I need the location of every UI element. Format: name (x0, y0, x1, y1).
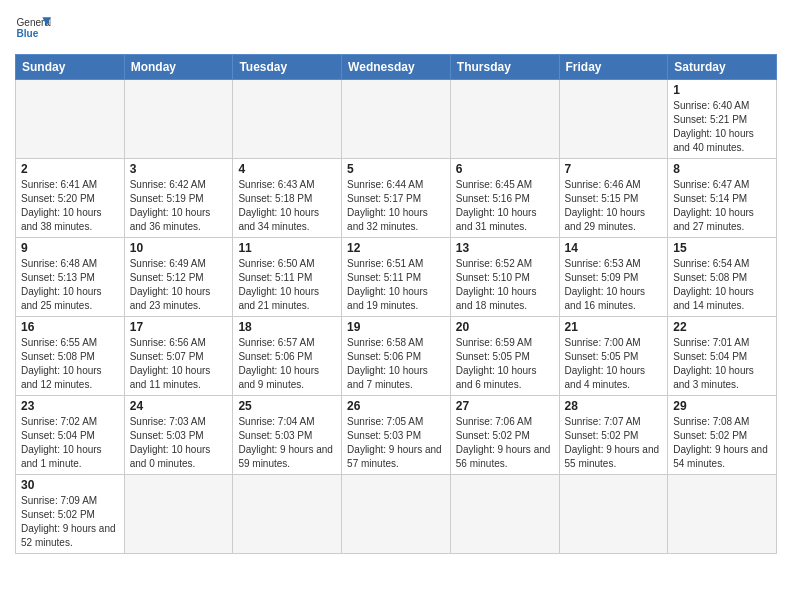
weekday-header-friday: Friday (559, 55, 668, 80)
calendar-day-cell: 19Sunrise: 6:58 AM Sunset: 5:06 PM Dayli… (342, 317, 451, 396)
day-info: Sunrise: 6:49 AM Sunset: 5:12 PM Dayligh… (130, 257, 228, 313)
day-number: 7 (565, 162, 663, 176)
calendar-day-cell: 22Sunrise: 7:01 AM Sunset: 5:04 PM Dayli… (668, 317, 777, 396)
calendar-day-cell: 14Sunrise: 6:53 AM Sunset: 5:09 PM Dayli… (559, 238, 668, 317)
calendar-day-cell: 3Sunrise: 6:42 AM Sunset: 5:19 PM Daylig… (124, 159, 233, 238)
svg-text:Blue: Blue (16, 28, 38, 39)
day-number: 10 (130, 241, 228, 255)
day-number: 4 (238, 162, 336, 176)
calendar-table: SundayMondayTuesdayWednesdayThursdayFrid… (15, 54, 777, 554)
weekday-header-saturday: Saturday (668, 55, 777, 80)
day-info: Sunrise: 6:52 AM Sunset: 5:10 PM Dayligh… (456, 257, 554, 313)
day-number: 30 (21, 478, 119, 492)
day-number: 8 (673, 162, 771, 176)
calendar-week-row: 2Sunrise: 6:41 AM Sunset: 5:20 PM Daylig… (16, 159, 777, 238)
calendar-day-cell: 10Sunrise: 6:49 AM Sunset: 5:12 PM Dayli… (124, 238, 233, 317)
weekday-header-sunday: Sunday (16, 55, 125, 80)
calendar-day-cell: 27Sunrise: 7:06 AM Sunset: 5:02 PM Dayli… (450, 396, 559, 475)
weekday-header-thursday: Thursday (450, 55, 559, 80)
calendar-day-cell: 26Sunrise: 7:05 AM Sunset: 5:03 PM Dayli… (342, 396, 451, 475)
weekday-header-wednesday: Wednesday (342, 55, 451, 80)
calendar-day-cell (233, 475, 342, 554)
logo: General Blue (15, 10, 51, 46)
day-info: Sunrise: 6:50 AM Sunset: 5:11 PM Dayligh… (238, 257, 336, 313)
day-number: 21 (565, 320, 663, 334)
day-info: Sunrise: 6:46 AM Sunset: 5:15 PM Dayligh… (565, 178, 663, 234)
day-info: Sunrise: 6:41 AM Sunset: 5:20 PM Dayligh… (21, 178, 119, 234)
calendar-day-cell (450, 80, 559, 159)
day-number: 23 (21, 399, 119, 413)
day-number: 26 (347, 399, 445, 413)
day-number: 13 (456, 241, 554, 255)
day-number: 1 (673, 83, 771, 97)
calendar-day-cell (668, 475, 777, 554)
calendar-week-row: 23Sunrise: 7:02 AM Sunset: 5:04 PM Dayli… (16, 396, 777, 475)
day-info: Sunrise: 7:06 AM Sunset: 5:02 PM Dayligh… (456, 415, 554, 471)
calendar-day-cell: 16Sunrise: 6:55 AM Sunset: 5:08 PM Dayli… (16, 317, 125, 396)
day-info: Sunrise: 7:09 AM Sunset: 5:02 PM Dayligh… (21, 494, 119, 550)
day-info: Sunrise: 6:59 AM Sunset: 5:05 PM Dayligh… (456, 336, 554, 392)
day-number: 25 (238, 399, 336, 413)
calendar-day-cell: 7Sunrise: 6:46 AM Sunset: 5:15 PM Daylig… (559, 159, 668, 238)
calendar-day-cell (124, 475, 233, 554)
day-number: 18 (238, 320, 336, 334)
weekday-header-tuesday: Tuesday (233, 55, 342, 80)
calendar-day-cell (16, 80, 125, 159)
day-number: 22 (673, 320, 771, 334)
day-number: 24 (130, 399, 228, 413)
calendar-week-row: 16Sunrise: 6:55 AM Sunset: 5:08 PM Dayli… (16, 317, 777, 396)
calendar-day-cell (450, 475, 559, 554)
calendar-week-row: 1Sunrise: 6:40 AM Sunset: 5:21 PM Daylig… (16, 80, 777, 159)
day-info: Sunrise: 6:44 AM Sunset: 5:17 PM Dayligh… (347, 178, 445, 234)
day-info: Sunrise: 7:07 AM Sunset: 5:02 PM Dayligh… (565, 415, 663, 471)
calendar-day-cell: 13Sunrise: 6:52 AM Sunset: 5:10 PM Dayli… (450, 238, 559, 317)
calendar-day-cell: 9Sunrise: 6:48 AM Sunset: 5:13 PM Daylig… (16, 238, 125, 317)
day-info: Sunrise: 6:54 AM Sunset: 5:08 PM Dayligh… (673, 257, 771, 313)
day-number: 16 (21, 320, 119, 334)
day-info: Sunrise: 7:01 AM Sunset: 5:04 PM Dayligh… (673, 336, 771, 392)
day-number: 27 (456, 399, 554, 413)
calendar-day-cell (233, 80, 342, 159)
calendar-day-cell: 17Sunrise: 6:56 AM Sunset: 5:07 PM Dayli… (124, 317, 233, 396)
day-info: Sunrise: 6:45 AM Sunset: 5:16 PM Dayligh… (456, 178, 554, 234)
calendar-day-cell: 2Sunrise: 6:41 AM Sunset: 5:20 PM Daylig… (16, 159, 125, 238)
calendar-day-cell: 20Sunrise: 6:59 AM Sunset: 5:05 PM Dayli… (450, 317, 559, 396)
day-info: Sunrise: 7:04 AM Sunset: 5:03 PM Dayligh… (238, 415, 336, 471)
calendar-day-cell (559, 475, 668, 554)
calendar-day-cell (124, 80, 233, 159)
calendar-day-cell: 15Sunrise: 6:54 AM Sunset: 5:08 PM Dayli… (668, 238, 777, 317)
day-number: 2 (21, 162, 119, 176)
header: General Blue (15, 10, 777, 46)
day-info: Sunrise: 6:48 AM Sunset: 5:13 PM Dayligh… (21, 257, 119, 313)
calendar-day-cell (559, 80, 668, 159)
page: General Blue SundayMondayTuesdayWednesda… (0, 0, 792, 612)
day-info: Sunrise: 6:58 AM Sunset: 5:06 PM Dayligh… (347, 336, 445, 392)
calendar-day-cell: 5Sunrise: 6:44 AM Sunset: 5:17 PM Daylig… (342, 159, 451, 238)
day-info: Sunrise: 7:02 AM Sunset: 5:04 PM Dayligh… (21, 415, 119, 471)
day-info: Sunrise: 6:51 AM Sunset: 5:11 PM Dayligh… (347, 257, 445, 313)
calendar-day-cell: 11Sunrise: 6:50 AM Sunset: 5:11 PM Dayli… (233, 238, 342, 317)
day-number: 6 (456, 162, 554, 176)
calendar-day-cell: 4Sunrise: 6:43 AM Sunset: 5:18 PM Daylig… (233, 159, 342, 238)
calendar-week-row: 9Sunrise: 6:48 AM Sunset: 5:13 PM Daylig… (16, 238, 777, 317)
day-info: Sunrise: 6:55 AM Sunset: 5:08 PM Dayligh… (21, 336, 119, 392)
day-number: 29 (673, 399, 771, 413)
calendar-day-cell: 6Sunrise: 6:45 AM Sunset: 5:16 PM Daylig… (450, 159, 559, 238)
calendar-day-cell: 23Sunrise: 7:02 AM Sunset: 5:04 PM Dayli… (16, 396, 125, 475)
day-number: 15 (673, 241, 771, 255)
day-info: Sunrise: 6:42 AM Sunset: 5:19 PM Dayligh… (130, 178, 228, 234)
weekday-header-monday: Monday (124, 55, 233, 80)
day-number: 3 (130, 162, 228, 176)
day-number: 20 (456, 320, 554, 334)
calendar-week-row: 30Sunrise: 7:09 AM Sunset: 5:02 PM Dayli… (16, 475, 777, 554)
calendar-day-cell: 29Sunrise: 7:08 AM Sunset: 5:02 PM Dayli… (668, 396, 777, 475)
calendar-day-cell (342, 80, 451, 159)
day-info: Sunrise: 6:40 AM Sunset: 5:21 PM Dayligh… (673, 99, 771, 155)
calendar-day-cell: 12Sunrise: 6:51 AM Sunset: 5:11 PM Dayli… (342, 238, 451, 317)
day-info: Sunrise: 6:53 AM Sunset: 5:09 PM Dayligh… (565, 257, 663, 313)
calendar-day-cell: 25Sunrise: 7:04 AM Sunset: 5:03 PM Dayli… (233, 396, 342, 475)
day-number: 19 (347, 320, 445, 334)
day-info: Sunrise: 6:56 AM Sunset: 5:07 PM Dayligh… (130, 336, 228, 392)
calendar-day-cell: 21Sunrise: 7:00 AM Sunset: 5:05 PM Dayli… (559, 317, 668, 396)
calendar-day-cell: 30Sunrise: 7:09 AM Sunset: 5:02 PM Dayli… (16, 475, 125, 554)
